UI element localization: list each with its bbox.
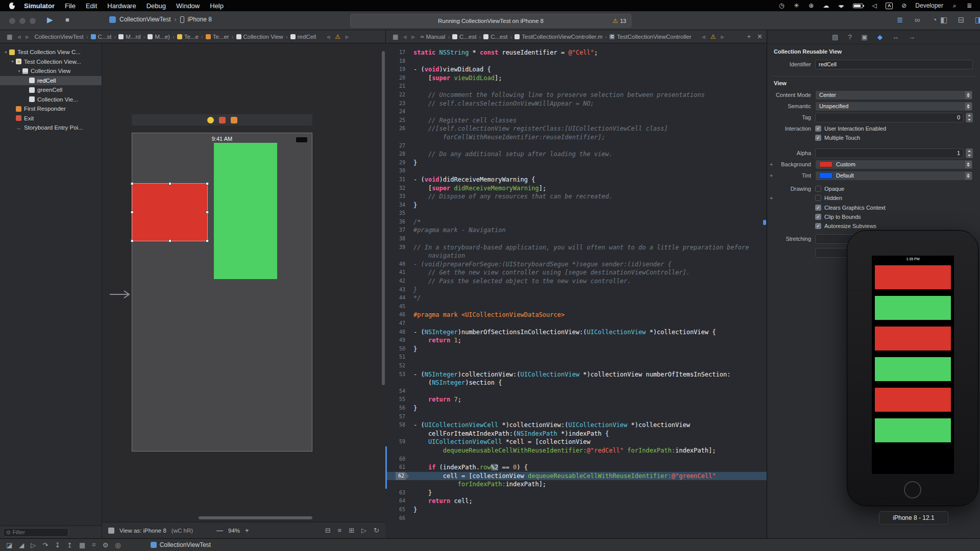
debug-area-icon[interactable]: ⊟ — [955, 15, 967, 24]
continue-icon[interactable]: ▷ — [31, 541, 36, 549]
breadcrumb-item[interactable]: M...rd — [118, 34, 140, 40]
breadcrumb-item[interactable]: C...est — [483, 34, 507, 40]
alpha-field[interactable]: 1 — [815, 148, 964, 158]
battery-icon[interactable] — [853, 4, 863, 8]
line-number-gutter[interactable]: 47 — [385, 319, 409, 328]
align-icon[interactable]: ≡ — [338, 527, 342, 534]
run-button[interactable]: ▶ — [47, 15, 53, 24]
menu-app-name[interactable]: Simulator — [19, 2, 60, 10]
background-color-swatch[interactable] — [819, 161, 832, 167]
breadcrumb-item[interactable]: redCell — [290, 34, 316, 40]
navigator-panel-icon[interactable]: ◧ — [938, 15, 949, 24]
back-icon[interactable]: ◃ — [401, 33, 409, 40]
checkbox-icon[interactable]: ✓ — [815, 135, 821, 141]
breadcrumb-item[interactable]: Collection View — [236, 34, 283, 40]
tag-stepper[interactable] — [966, 113, 973, 122]
checkbox-icon[interactable]: ✓ — [815, 214, 821, 220]
selection-handle[interactable] — [131, 239, 134, 242]
line-number-gutter[interactable]: 57 — [385, 413, 409, 421]
forward-icon[interactable]: ▹ — [409, 33, 417, 40]
add-assistant-editor-icon[interactable]: + — [747, 33, 751, 40]
activity-icon[interactable]: ✳ — [793, 2, 800, 10]
line-number-gutter[interactable]: 32 — [385, 184, 409, 193]
line-number-gutter[interactable]: 49 — [385, 336, 409, 345]
attributes-inspector-icon[interactable]: ◆ — [877, 33, 883, 41]
back-icon[interactable]: ◃ — [15, 33, 23, 40]
outline-item-test-collection-view-[interactable]: ▾Test Collection View... — [0, 57, 102, 67]
line-number-gutter[interactable]: 54 — [385, 387, 409, 396]
related-items-icon[interactable]: ▦ — [4, 33, 15, 40]
clock-icon[interactable]: ◷ — [778, 2, 785, 10]
identity-inspector-icon[interactable]: ▣ — [862, 33, 868, 41]
line-number-gutter[interactable]: 20 — [385, 74, 409, 83]
line-number-gutter[interactable]: 22 — [385, 91, 409, 99]
step-out-icon[interactable]: ↥ — [67, 541, 72, 549]
simulate-location-icon[interactable]: ◎ — [115, 541, 120, 549]
simulator-cell[interactable] — [875, 296, 951, 320]
line-number-gutter[interactable]: 31 — [385, 176, 409, 184]
menu-edit[interactable]: Edit — [81, 2, 102, 10]
line-number-gutter[interactable]: 39 — [385, 243, 409, 252]
line-number-gutter[interactable]: 65 — [385, 506, 409, 514]
pin-icon[interactable]: ⊞ — [349, 527, 354, 534]
stop-button[interactable]: ■ — [65, 16, 69, 23]
line-number-gutter[interactable]: 27 — [385, 142, 409, 151]
outline-item-redcell[interactable]: redCell — [0, 76, 102, 86]
checkbox-icon[interactable] — [815, 186, 821, 192]
wifi-icon[interactable] — [837, 2, 845, 10]
code-editor[interactable]: 17static NSString * const reuseIdentifie… — [385, 43, 767, 538]
line-number-gutter[interactable]: 51 — [385, 353, 409, 362]
simulator-cell[interactable] — [875, 357, 951, 381]
checkbox-icon[interactable]: ✓ — [815, 126, 821, 132]
menu-window[interactable]: Window — [171, 2, 205, 10]
standard-editor-icon[interactable]: ≣ — [894, 15, 905, 24]
line-number-gutter[interactable]: 30 — [385, 167, 409, 176]
assistant-editor-icon[interactable]: ∞ — [912, 15, 923, 24]
view-controller-icon[interactable] — [207, 117, 214, 123]
semantic-popup[interactable]: Unspecified — [815, 102, 973, 111]
line-number-gutter[interactable]: 63 — [385, 489, 409, 497]
related-items-icon[interactable]: ▦ — [390, 33, 401, 40]
line-number-gutter[interactable]: 33 — [385, 192, 409, 201]
previous-issue-icon[interactable]: ◃ — [700, 33, 708, 40]
selection-handle[interactable] — [168, 239, 172, 242]
breadcrumb-item[interactable]: Te...er — [206, 34, 229, 40]
apple-menu-icon[interactable] — [9, 3, 15, 9]
line-number-gutter[interactable]: 53 — [385, 370, 409, 379]
simulator-cell[interactable] — [875, 418, 951, 442]
connections-inspector-icon[interactable]: → — [909, 33, 915, 41]
simulator-cell[interactable] — [875, 388, 951, 412]
line-number-gutter[interactable]: 60 — [385, 455, 409, 464]
drawing-option-opaque[interactable]: Opaque — [815, 184, 844, 193]
line-number-gutter[interactable] — [385, 133, 409, 142]
line-number-gutter[interactable]: 28 — [385, 150, 409, 159]
outline-item-exit[interactable]: Exit — [0, 114, 102, 123]
warning-icon[interactable]: ⚠ — [335, 33, 340, 40]
outline-item-test-collection-view-c-[interactable]: ▾Test Collection View C... — [0, 47, 102, 57]
environment-overrides-icon[interactable]: ⚙ — [103, 541, 109, 549]
line-number-gutter[interactable]: 55 — [385, 395, 409, 404]
tint-color-swatch[interactable] — [819, 172, 832, 179]
size-inspector-icon[interactable]: ↔ — [892, 33, 899, 41]
breadcrumb-item[interactable]: M...e) — [148, 34, 169, 40]
line-number-gutter[interactable]: 41 — [385, 268, 409, 277]
file-inspector-icon[interactable]: ▤ — [832, 33, 838, 41]
red-cell-selected[interactable] — [132, 184, 207, 241]
breadcrumb-item[interactable]: ∞Manual — [420, 34, 445, 40]
line-number-gutter[interactable]: 48 — [385, 328, 409, 337]
line-number-gutter[interactable]: 19 — [385, 65, 409, 74]
line-number-gutter[interactable]: 37 — [385, 226, 409, 235]
breadcrumb-item[interactable]: C...est — [452, 34, 476, 40]
line-number-gutter[interactable]: 45 — [385, 303, 409, 311]
update-frames-icon[interactable]: ↻ — [374, 527, 379, 534]
hide-debug-area-icon[interactable]: ◪ — [6, 541, 12, 549]
developer-menu[interactable]: Developer — [915, 2, 943, 9]
line-number-gutter[interactable]: 58 — [385, 421, 409, 430]
line-number-gutter[interactable]: 35 — [385, 209, 409, 218]
selection-handle[interactable] — [168, 182, 172, 185]
view-as-label[interactable]: View as: iPhone 8 — [119, 528, 166, 534]
line-number-gutter[interactable]: 62 — [385, 472, 409, 481]
interaction-option-multiple-touch[interactable]: ✓Multiple Touch — [815, 133, 860, 142]
next-issue-icon[interactable]: ▹ — [343, 33, 351, 40]
embed-in-stack-icon[interactable]: ⊟ — [325, 527, 331, 534]
